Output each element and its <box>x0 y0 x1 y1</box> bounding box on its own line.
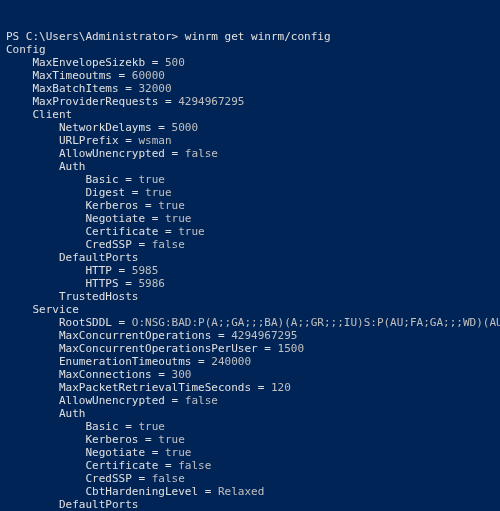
service-rootsddl: RootSDDL = O:NSG:BAD:P(A;;GA;;;BA)(A;;GR… <box>59 316 500 329</box>
client-auth-label: Auth <box>59 160 86 173</box>
service-maxconnections: MaxConnections = 300 <box>59 368 191 381</box>
service-auth-kerberos: Kerberos = true <box>85 433 184 446</box>
service-auth-label: Auth <box>59 407 86 420</box>
cfg-maxenvelopesizekb: MaxEnvelopeSizekb = 500 <box>33 56 185 69</box>
client-auth-basic: Basic = true <box>85 173 164 186</box>
cfg-maxproviderrequests: MaxProviderRequests = 4294967295 <box>33 95 245 108</box>
cfg-maxbatchitems: MaxBatchItems = 32000 <box>33 82 172 95</box>
service-auth-certificate: Certificate = false <box>85 459 211 472</box>
client-urlprefix: URLPrefix = wsman <box>59 134 172 147</box>
client-allowunencrypted: AllowUnencrypted = false <box>59 147 218 160</box>
client-port-http: HTTP = 5985 <box>85 264 158 277</box>
service-maxconcurrentopsperuser: MaxConcurrentOperationsPerUser = 1500 <box>59 342 304 355</box>
client-defaultports-label: DefaultPorts <box>59 251 138 264</box>
client-auth-certificate: Certificate = true <box>85 225 204 238</box>
cfg-maxtimeoutms: MaxTimeoutms = 60000 <box>33 69 165 82</box>
service-label: Service <box>33 303 79 316</box>
service-auth-credssp: CredSSP = false <box>85 472 184 485</box>
service-enumerationtimeoutms: EnumerationTimeoutms = 240000 <box>59 355 251 368</box>
command-text: winrm get winrm/config <box>185 30 331 43</box>
client-port-https: HTTPS = 5986 <box>85 277 164 290</box>
client-auth-negotiate: Negotiate = true <box>85 212 191 225</box>
client-auth-credssp: CredSSP = false <box>85 238 184 251</box>
ps-prompt[interactable]: PS C:\Users\Administrator> winrm get win… <box>6 30 331 43</box>
service-allowunencrypted: AllowUnencrypted = false <box>59 394 218 407</box>
service-auth-basic: Basic = true <box>85 420 164 433</box>
client-networkdelayms: NetworkDelayms = 5000 <box>59 121 198 134</box>
prompt-text: PS C:\Users\Administrator> <box>6 30 178 43</box>
service-maxconcurrentops: MaxConcurrentOperations = 4294967295 <box>59 329 297 342</box>
client-trustedhosts: TrustedHosts <box>59 290 138 303</box>
service-defaultports-label: DefaultPorts <box>59 498 138 511</box>
client-auth-digest: Digest = true <box>85 186 171 199</box>
service-auth-cbthardeninglevel: CbtHardeningLevel = Relaxed <box>85 485 264 498</box>
root-label: Config <box>6 43 46 56</box>
service-auth-negotiate: Negotiate = true <box>85 446 191 459</box>
client-auth-kerberos: Kerberos = true <box>85 199 184 212</box>
client-label: Client <box>33 108 73 121</box>
service-maxpacketretrievaltimeseconds: MaxPacketRetrievalTimeSeconds = 120 <box>59 381 291 394</box>
